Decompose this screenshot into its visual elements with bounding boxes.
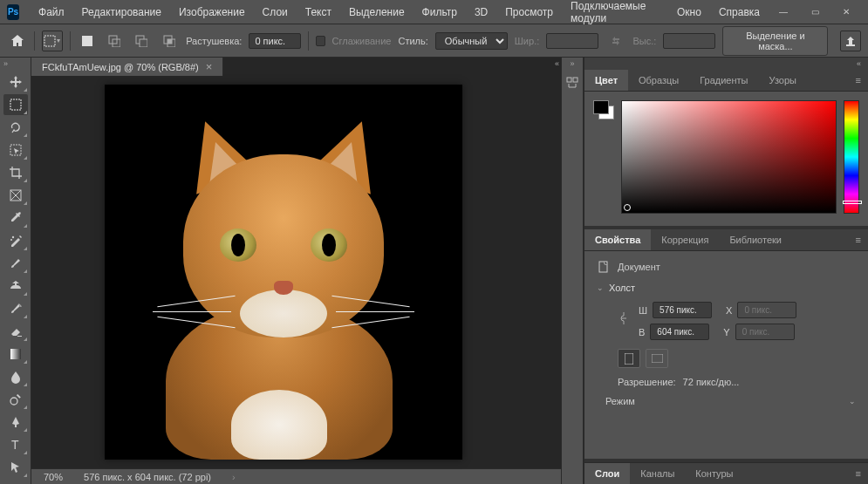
link-icon[interactable] [618,310,630,332]
canvas[interactable] [105,85,462,460]
close-tab-icon[interactable]: × [206,60,213,73]
chevron-down-icon: ⌄ [597,283,604,292]
resolution-value[interactable]: 72 пикс/дю... [683,377,740,387]
svg-rect-23 [652,354,663,363]
collapsed-panel-strip: » [561,58,584,484]
app-logo[interactable]: Ps [7,4,19,20]
selection-new-icon[interactable] [77,31,97,51]
style-label: Стиль: [398,36,427,46]
width-label: Ш [639,305,647,316]
selection-add-icon[interactable] [105,31,125,51]
collapse-icon[interactable]: « [555,59,559,68]
frame-tool[interactable] [3,185,28,206]
svg-point-13 [11,236,13,238]
menu-select[interactable]: Выделение [340,3,413,22]
selection-intersect-icon[interactable] [159,31,179,51]
marquee-preset-icon[interactable]: ▾ [42,31,63,51]
menu-plugins[interactable]: Подключаемые модули [562,0,668,28]
tab-layers[interactable]: Слои [584,463,630,484]
tab-swatches[interactable]: Образцы [628,70,689,91]
gradient-tool[interactable] [3,344,28,365]
window-close-button[interactable]: ✕ [831,3,861,22]
healing-brush-tool[interactable] [3,230,28,251]
path-select-tool[interactable] [3,457,28,478]
selection-subtract-icon[interactable] [132,31,152,51]
menu-file[interactable]: Файл [30,3,73,22]
select-and-mask-button[interactable]: Выделение и маска... [722,26,828,56]
tab-color[interactable]: Цвет [584,70,628,91]
width-label: Шир.: [515,36,539,46]
menu-edit[interactable]: Редактирование [73,3,170,22]
canvas-height-input[interactable] [650,324,709,340]
menu-3d[interactable]: 3D [466,3,496,22]
document-tab-title: FCkfuTAmUew.jpg @ 70% (RGB/8#) [42,62,199,72]
collapse-icon[interactable]: » [570,59,574,68]
style-select[interactable]: Обычный [435,32,508,50]
menu-layers[interactable]: Слои [254,3,297,22]
menu-window[interactable]: Окно [668,3,710,22]
tab-adjustments[interactable]: Коррекция [651,229,719,250]
window-maximize-button[interactable]: ▭ [800,3,830,22]
eraser-tool[interactable] [3,321,28,342]
brush-tool[interactable] [3,253,28,274]
pen-tool[interactable] [3,412,28,433]
height-input [663,33,715,49]
color-field[interactable] [621,100,837,214]
svg-text:T: T [11,438,19,452]
canvas-y-input [735,324,795,340]
orientation-portrait-button[interactable] [618,349,640,368]
chevron-down-icon: ⌄ [849,397,856,406]
collapse-icon[interactable]: « [857,59,861,68]
menu-help[interactable]: Справка [710,3,769,22]
canvas-label: Холст [609,283,635,293]
mode-section-header[interactable]: Режим ⌄ [597,396,856,406]
marquee-tool[interactable] [3,94,28,115]
hue-slider[interactable] [844,100,859,214]
history-panel-icon[interactable] [563,73,582,92]
menu-text[interactable]: Текст [297,3,340,22]
fg-bg-swatch[interactable] [593,100,614,214]
tab-patterns[interactable]: Узоры [759,70,807,91]
eyedropper-tool[interactable] [3,208,28,228]
document-tab[interactable]: FCkfuTAmUew.jpg @ 70% (RGB/8#) × [31,58,223,76]
blur-tool[interactable] [3,366,28,387]
dodge-tool[interactable] [3,389,28,410]
y-label: Y [723,327,729,337]
canvas-viewport[interactable] [31,76,561,468]
svg-rect-20 [573,78,578,82]
zoom-level[interactable]: 70% [44,472,63,482]
home-icon[interactable] [7,31,27,51]
panel-menu-icon[interactable]: ≡ [849,70,868,91]
resolution-label: Разрешение: [618,377,676,387]
panel-menu-icon[interactable]: ≡ [849,463,868,484]
lasso-tool[interactable] [3,117,28,138]
share-icon[interactable] [840,31,861,51]
clone-stamp-tool[interactable] [3,276,28,297]
mode-label: Режим [605,396,635,406]
menu-view[interactable]: Просмотр [496,3,562,22]
orientation-landscape-button[interactable] [646,349,668,368]
tab-paths[interactable]: Контуры [685,463,743,484]
history-brush-tool[interactable] [3,298,28,319]
tab-properties[interactable]: Свойства [584,229,651,250]
tab-libraries[interactable]: Библиотеки [719,229,792,250]
menu-filter[interactable]: Фильтр [413,3,466,22]
object-select-tool[interactable] [3,140,28,160]
collapse-icon[interactable]: » [3,59,8,68]
panel-menu-icon[interactable]: ≡ [849,229,868,250]
canvas-width-input[interactable] [653,302,712,318]
status-chevron-icon[interactable]: › [232,472,236,482]
canvas-section-header[interactable]: ⌄ Холст [597,283,856,293]
feather-label: Растушевка: [186,36,242,46]
separator [308,31,309,51]
feather-input[interactable] [249,33,301,49]
menu-image[interactable]: Изображение [170,3,254,22]
crop-tool[interactable] [3,162,28,183]
type-tool[interactable]: T [3,434,28,455]
color-panel [584,92,868,226]
window-minimize-button[interactable]: — [769,3,798,22]
tab-gradients[interactable]: Градиенты [689,70,758,91]
height-label: Выс.: [632,36,656,46]
tab-channels[interactable]: Каналы [630,463,685,484]
move-tool[interactable] [3,72,28,92]
